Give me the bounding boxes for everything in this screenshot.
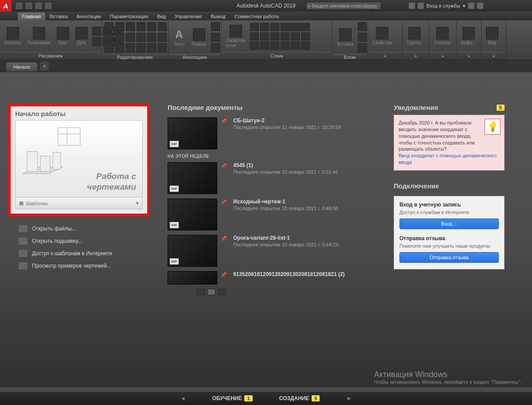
panel-title-layers[interactable]: Слои — [222, 52, 332, 60]
panel-title-block[interactable]: Блок — [332, 54, 368, 60]
view-grid-icon[interactable] — [207, 289, 215, 295]
view-list-icon[interactable] — [197, 289, 205, 295]
edit-tool-icon[interactable] — [137, 43, 145, 52]
bottom-learn[interactable]: ОБУЧЕНИЕ1 — [212, 395, 253, 401]
edit-tool-icon[interactable] — [158, 43, 167, 52]
cart-icon[interactable] — [468, 3, 474, 9]
layer-tool-icon[interactable] — [281, 42, 289, 50]
draw-tool-icon[interactable] — [92, 27, 101, 35]
qat-save-icon[interactable] — [35, 2, 43, 10]
edit-tool-icon[interactable] — [137, 33, 145, 42]
utilities-button[interactable]: Утилиты — [432, 27, 453, 45]
pin-icon[interactable]: 📌 — [221, 118, 228, 124]
tab-output[interactable]: Вывод — [206, 12, 230, 20]
tab-annotate[interactable]: Аннотации — [72, 12, 106, 20]
groups-button[interactable]: Группы — [405, 27, 423, 45]
signin-button[interactable]: Вход… — [399, 218, 499, 229]
line-button[interactable]: Отрезок — [3, 27, 23, 45]
panel-title-buffer[interactable]: » — [457, 52, 481, 60]
exchange-icon[interactable] — [409, 3, 415, 9]
text-button[interactable]: AТекст — [171, 28, 187, 47]
start-drawing-card[interactable]: Работа с чертежами — [15, 120, 143, 198]
templates-dropdown[interactable]: ▦Шаблоны ▾ — [15, 198, 143, 209]
qat-saveas-icon[interactable] — [44, 2, 52, 10]
pin-icon[interactable]: 📌 — [221, 199, 228, 205]
feedback-button[interactable]: Отправка отзыва — [399, 252, 499, 263]
panel-title-utils[interactable]: » — [429, 52, 456, 60]
anno-tool-icon[interactable] — [211, 33, 220, 42]
polyline-button[interactable]: Полилиния — [26, 27, 52, 45]
layer-tool-icon[interactable] — [270, 42, 279, 50]
pin-icon[interactable]: 📌 — [221, 272, 228, 277]
layer-tool-icon[interactable] — [250, 32, 259, 40]
tab-parametric[interactable]: Параметризация — [106, 12, 153, 20]
tab-home[interactable]: Главная — [18, 12, 45, 20]
doc-tab-start[interactable]: Начало — [6, 62, 37, 71]
clipboard-button[interactable]: Буфе... — [459, 27, 477, 45]
pin-icon[interactable]: 📌 — [221, 236, 228, 241]
edit-tool-icon[interactable] — [158, 22, 167, 31]
edit-tool-icon[interactable] — [147, 43, 156, 52]
signin-area[interactable]: Вход в службы▾ — [409, 3, 483, 9]
draw-tool-icon[interactable] — [92, 37, 101, 46]
layer-dropdown[interactable] — [281, 23, 310, 31]
open-files-link[interactable]: Открыть файлы... — [19, 225, 150, 232]
edit-tool-icon[interactable] — [105, 33, 113, 42]
panel-title-anno[interactable]: Аннотации — [168, 54, 221, 60]
recent-doc-item[interactable]: 📌 91352081812091282091302081812081821 (2… — [168, 271, 376, 284]
app-logo[interactable]: A — [0, 0, 12, 12]
layer-tool-icon[interactable] — [250, 42, 259, 50]
notification-link[interactable]: Ввод координат с помощью динамического в… — [399, 152, 500, 166]
layer-tool-icon[interactable] — [270, 32, 279, 40]
layer-props-button[interactable]: Свойства слоя — [224, 25, 247, 48]
layer-tool-icon[interactable] — [260, 42, 269, 50]
edit-tool-icon[interactable] — [126, 22, 135, 31]
panel-title-view[interactable]: » — [481, 52, 506, 60]
bottom-create[interactable]: СОЗДАНИЕ5 — [279, 395, 320, 401]
edit-tool-icon[interactable] — [105, 43, 113, 52]
edit-tool-icon[interactable] — [137, 22, 145, 31]
dimension-button[interactable]: Размер — [190, 28, 208, 47]
properties-button[interactable]: Свойства — [371, 27, 394, 45]
layer-tool-icon[interactable] — [291, 42, 300, 50]
edit-tool-icon[interactable] — [126, 43, 135, 52]
recent-doc-item[interactable]: DXF 📌 Исходный-чертеж-1Последнее открыти… — [168, 199, 376, 230]
panel-title-props[interactable]: » — [368, 52, 402, 60]
anno-tool-icon[interactable] — [211, 43, 220, 52]
layer-tool-icon[interactable] — [270, 23, 279, 31]
pin-icon[interactable]: 📌 — [221, 163, 228, 168]
edit-tool-icon[interactable] — [115, 33, 124, 42]
edit-tool-icon[interactable] — [115, 43, 124, 52]
tab-view[interactable]: Вид — [153, 12, 170, 20]
tab-insert[interactable]: Вставка — [45, 12, 72, 20]
layer-tool-icon[interactable] — [260, 32, 269, 40]
minimize-button[interactable]: — — [489, 2, 497, 9]
block-tool-icon[interactable] — [358, 43, 367, 52]
view-large-icon[interactable] — [218, 289, 226, 295]
tab-manage[interactable]: Управление — [170, 12, 206, 20]
chevron-left-icon[interactable]: ◄ — [180, 395, 186, 401]
edit-tool-icon[interactable] — [115, 22, 124, 31]
recent-doc-item[interactable]: DXF 📌 Opora-variant-28-list-1Последнее о… — [168, 235, 376, 267]
block-insert-button[interactable]: Вставка — [335, 28, 355, 47]
sample-drawings-link[interactable]: Просмотр примеров чертежей... — [19, 262, 150, 269]
search-input[interactable]: Введите ключевое слово/фразу — [306, 2, 381, 10]
panel-title-edit[interactable]: Редактирование — [102, 54, 168, 60]
edit-tool-icon[interactable] — [105, 22, 113, 31]
add-tab-button[interactable]: + — [40, 62, 49, 70]
edit-tool-icon[interactable] — [147, 33, 156, 42]
help-icon[interactable] — [477, 3, 483, 9]
open-sheetset-link[interactable]: Открыть подшивку... — [19, 238, 150, 245]
qat-new-icon[interactable] — [15, 2, 23, 10]
edit-tool-icon[interactable] — [158, 33, 167, 42]
edit-tool-icon[interactable] — [147, 22, 156, 31]
recent-doc-item[interactable]: DXF 📌 СБ-Шатун-2Последнее открытие 11 ян… — [168, 117, 376, 149]
qat-open-icon[interactable] — [25, 2, 33, 10]
arc-button[interactable]: Дуга — [74, 27, 90, 45]
panel-title-groups[interactable]: » — [403, 52, 429, 60]
block-tool-icon[interactable] — [358, 22, 367, 31]
layer-tool-icon[interactable] — [260, 23, 269, 31]
view-button[interactable]: Вид — [484, 27, 500, 45]
chevron-right-icon[interactable]: ► — [346, 395, 352, 401]
edit-tool-icon[interactable] — [126, 33, 135, 42]
